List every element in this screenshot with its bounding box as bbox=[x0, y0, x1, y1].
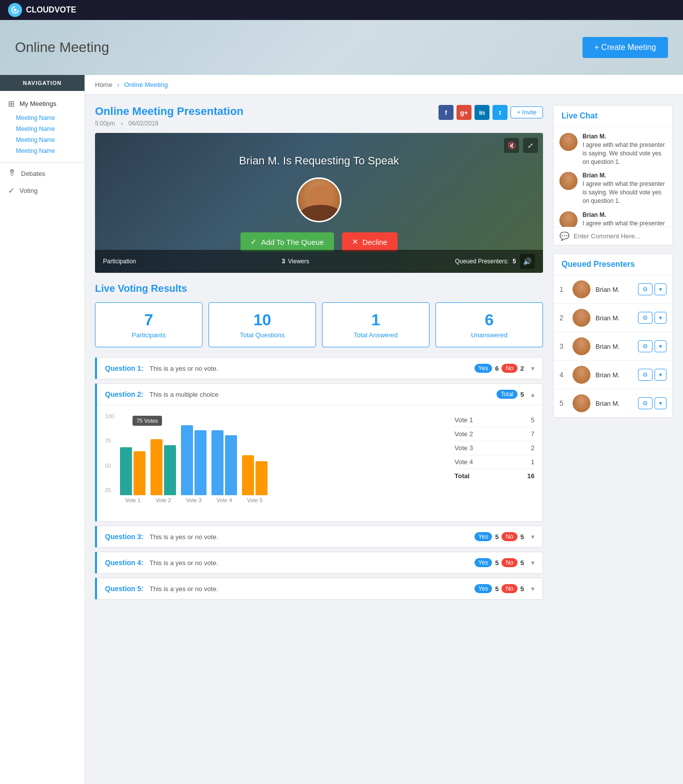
yes-count-q4: 5 bbox=[495, 559, 498, 567]
chat-content-2: Brian M. I agree with what the presenter… bbox=[582, 172, 666, 205]
stat-number-participants: 7 bbox=[104, 311, 194, 329]
chart-tooltip: 75 Votes bbox=[132, 416, 162, 426]
chat-text-3: I agree with what the presenter is sayin… bbox=[582, 219, 666, 227]
presenter-expand-2[interactable]: ▾ bbox=[654, 312, 666, 324]
mute-button[interactable]: 🔇 bbox=[504, 138, 519, 153]
legend-vote2: Vote 27 bbox=[454, 427, 534, 441]
live-chat-header: Live Chat bbox=[554, 105, 672, 127]
question-header-5[interactable]: Question 5: This is a yes or no vote. Ye… bbox=[97, 578, 542, 599]
linkedin-button[interactable]: in bbox=[474, 105, 490, 120]
presenter-settings-5[interactable]: ⚙ bbox=[638, 397, 652, 409]
question-4-text: This is a yes or no vote. bbox=[150, 559, 474, 567]
stat-label-total-answered: Total Answered bbox=[330, 331, 421, 339]
chat-text-2: I agree with what the presenter is sayin… bbox=[582, 180, 666, 205]
question-5-label: Question 5: bbox=[105, 585, 144, 593]
chat-content-3: Brian M. I agree with what the presenter… bbox=[582, 211, 666, 227]
y-label-100: 100 bbox=[105, 413, 114, 419]
question-header-3[interactable]: Question 3: This is a yes or no vote. Ye… bbox=[97, 526, 542, 547]
presenter-row-3: 3 Brian M. ⚙ ▾ bbox=[554, 332, 672, 361]
queued-presenters-list: 1 Brian M. ⚙ ▾ 2 bbox=[554, 275, 672, 418]
expand-icon-q2[interactable]: ▴ bbox=[531, 390, 534, 398]
expand-icon-q3[interactable]: ▾ bbox=[531, 533, 534, 541]
presenter-avatar-sm-1 bbox=[572, 280, 590, 298]
presenter-settings-1[interactable]: ⚙ bbox=[638, 283, 652, 295]
create-meeting-button[interactable]: + Create Meeting bbox=[582, 37, 668, 58]
y-label-50: 50 bbox=[105, 463, 114, 469]
sidebar-item-meeting-3[interactable]: Meeting Name bbox=[0, 134, 84, 145]
bar-teal-2 bbox=[164, 445, 176, 495]
page-title: Online Meeting bbox=[15, 39, 109, 55]
sidebar-item-meeting-4[interactable]: Meeting Name bbox=[0, 145, 84, 156]
no-count-q4: 5 bbox=[520, 559, 524, 567]
no-badge-q4: No bbox=[502, 558, 517, 567]
sidebar-item-meeting-1[interactable]: Meeting Name bbox=[0, 112, 84, 123]
sidebar-debates[interactable]: 🎖 Debates bbox=[0, 165, 84, 182]
twitter-button[interactable]: t bbox=[492, 105, 508, 120]
presenter-avatar-sm-2 bbox=[572, 309, 590, 327]
expand-icon-q5[interactable]: ▾ bbox=[531, 585, 534, 593]
chat-avatar-face-1 bbox=[560, 133, 578, 151]
question-3-meta: Yes 5 No 5 ▾ bbox=[474, 532, 534, 541]
legend-vote4: Vote 41 bbox=[454, 455, 534, 469]
question-2-meta: Total 5 ▴ bbox=[496, 390, 534, 399]
presenter-num-4: 4 bbox=[560, 371, 568, 379]
question-header-2[interactable]: Question 2: This is a multiple choice To… bbox=[97, 384, 542, 405]
meetings-icon: ⊞ bbox=[8, 99, 14, 108]
queued-footer-count: 5 bbox=[512, 258, 516, 265]
expand-icon-q4[interactable]: ▾ bbox=[531, 559, 534, 567]
breadcrumb-current: Online Meeting bbox=[124, 81, 168, 88]
bar-label-5: Vote 5 bbox=[247, 497, 262, 503]
chat-avatar-1 bbox=[560, 133, 578, 151]
presenter-settings-4[interactable]: ⚙ bbox=[638, 369, 652, 381]
googleplus-button[interactable]: g+ bbox=[456, 105, 472, 120]
presenter-actions-4: ⚙ ▾ bbox=[638, 369, 666, 381]
speaker-button[interactable]: 🔊 bbox=[520, 254, 535, 269]
stats-row: 7 Participants 10 Total Questions 1 Tota… bbox=[95, 302, 543, 347]
presenter-expand-3[interactable]: ▾ bbox=[654, 340, 666, 352]
meeting-time: 5:00pm bbox=[95, 120, 115, 127]
question-header-4[interactable]: Question 4: This is a yes or no vote. Ye… bbox=[97, 552, 542, 573]
no-count-q3: 5 bbox=[520, 533, 524, 541]
chat-name-2: Brian M. bbox=[582, 172, 666, 179]
presenter-expand-1[interactable]: ▾ bbox=[654, 283, 666, 295]
presenter-num-5: 5 bbox=[560, 399, 568, 407]
question-1-text: This is a yes or no vote. bbox=[150, 365, 474, 372]
presenter-row-5: 5 Brian M. ⚙ ▾ bbox=[554, 389, 672, 418]
invite-button[interactable]: + Invite bbox=[510, 106, 543, 118]
meeting-title-area: Online Meeting Presentation 5:00pm › 06/… bbox=[95, 105, 244, 127]
bar-group-4: Vote 4 bbox=[212, 415, 237, 503]
queued-presenters-header: Queued Presenters bbox=[554, 254, 672, 275]
sidebar-item-meeting-2[interactable]: Meeting Name bbox=[0, 123, 84, 134]
request-to-speak-text: Brian M. Is Requesting To Speak bbox=[239, 154, 399, 167]
presenter-settings-2[interactable]: ⚙ bbox=[638, 312, 652, 324]
presenter-expand-5[interactable]: ▾ bbox=[654, 397, 666, 409]
chat-input[interactable] bbox=[574, 232, 666, 240]
bar-orange-5 bbox=[242, 455, 254, 495]
sidebar-my-meetings[interactable]: ⊞ My Meetings bbox=[0, 95, 84, 112]
page-header: Online Meeting + Create Meeting bbox=[0, 20, 683, 75]
decline-button[interactable]: ✕ Decline bbox=[342, 232, 398, 251]
question-header-1[interactable]: Question 1: This is a yes or no vote. Ye… bbox=[97, 358, 542, 379]
yes-badge-q4: Yes bbox=[474, 558, 492, 567]
presenter-expand-4[interactable]: ▾ bbox=[654, 369, 666, 381]
facebook-button[interactable]: f bbox=[438, 105, 454, 120]
sidebar-voting[interactable]: ✓ Voting bbox=[0, 182, 84, 199]
queued-footer-label: Queued Presenters: bbox=[455, 258, 508, 265]
fullscreen-button[interactable]: ⤢ bbox=[523, 138, 538, 153]
presenter-settings-3[interactable]: ⚙ bbox=[638, 340, 652, 352]
presenter-avatar-sm-3 bbox=[572, 337, 590, 355]
expand-icon-q1[interactable]: ▾ bbox=[531, 364, 534, 372]
chart-area: 100 75 50 25 75 Votes bbox=[97, 405, 542, 521]
live-chat-section: Live Chat Brian M. I agree with what the… bbox=[553, 105, 673, 245]
main-panel: Online Meeting Presentation 5:00pm › 06/… bbox=[95, 105, 543, 604]
bar-label-1: Vote 1 bbox=[125, 497, 140, 503]
add-to-queue-button[interactable]: ✓ Add To The Queue bbox=[240, 232, 334, 251]
presenter-actions-2: ⚙ ▾ bbox=[638, 312, 666, 324]
no-count-q1: 2 bbox=[520, 365, 524, 372]
breadcrumb-home[interactable]: Home bbox=[95, 81, 112, 88]
chart-legend: Vote 15 Vote 27 Vote 32 Vote 41 bbox=[454, 413, 534, 513]
question-1-meta: Yes 6 No 2 ▾ bbox=[474, 364, 534, 373]
question-5-meta: Yes 5 No 5 ▾ bbox=[474, 584, 534, 593]
question-4-label: Question 4: bbox=[105, 559, 144, 567]
video-footer: Participation 3 Viewers Queued Presenter… bbox=[95, 250, 543, 273]
